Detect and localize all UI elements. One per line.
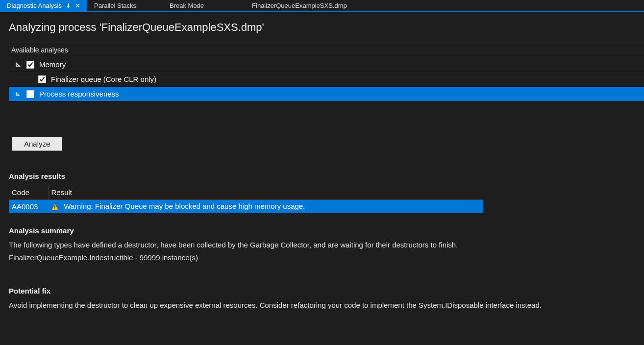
svg-marker-3	[16, 93, 19, 96]
analysis-summary-text-2: FinalizerQueueExample.Indestructible - 9…	[9, 252, 631, 263]
table-row[interactable]: AA0003 Warning: Finalizer Queue may be b…	[9, 200, 483, 213]
tree-item-process-responsiveness[interactable]: Process responsiveness	[9, 87, 644, 101]
cell-code: AA0003	[9, 200, 48, 213]
warning-icon	[51, 203, 59, 211]
cell-result-text: Warning: Finalizer Queue may be blocked …	[64, 202, 305, 210]
checkbox-finalizer-queue[interactable]	[38, 75, 46, 83]
tab-parallel-stacks[interactable]: Parallel Stacks	[87, 0, 143, 11]
table-header-row: Code Result	[9, 185, 483, 200]
pin-icon[interactable]	[66, 3, 71, 8]
available-analyses-panel: Available analyses Memory Finalizer queu…	[9, 43, 644, 101]
tab-label: Break Mode	[170, 2, 204, 9]
tab-dump-file[interactable]: FinalizerQueueExampleSXS.dmp	[245, 0, 354, 11]
page-title: Analyzing process 'FinalizerQueueExample…	[9, 21, 644, 34]
analysis-summary-text-1: The following types have defined a destr…	[9, 240, 631, 250]
tree-item-memory[interactable]: Memory	[9, 57, 644, 72]
main-content: Analyzing process 'FinalizerQueueExample…	[0, 12, 644, 310]
column-header-code[interactable]: Code	[9, 185, 48, 200]
analysis-summary-heading: Analysis summary	[9, 226, 644, 235]
tab-break-mode[interactable]: Break Mode	[163, 0, 211, 11]
svg-rect-5	[54, 205, 55, 208]
tree-item-label: Memory	[39, 60, 66, 69]
analyze-button[interactable]: Analyze	[12, 137, 62, 151]
checkbox-process-responsiveness[interactable]	[26, 90, 34, 98]
divider	[9, 158, 644, 158]
tab-label: Diagnostic Analysis	[7, 2, 62, 9]
analysis-results-heading: Analysis results	[9, 172, 644, 180]
analysis-results-table: Code Result AA0003 Warning: Finalizer Qu…	[9, 185, 483, 213]
tab-spacer	[211, 0, 245, 11]
tab-label: FinalizerQueueExampleSXS.dmp	[252, 2, 347, 9]
close-icon[interactable]	[75, 3, 80, 8]
potential-fix-heading: Potential fix	[9, 287, 644, 295]
available-analyses-heading: Available analyses	[9, 43, 644, 57]
tree-item-finalizer-queue[interactable]: Finalizer queue (Core CLR only)	[9, 72, 644, 87]
checkbox-memory[interactable]	[26, 61, 34, 69]
cell-result: Warning: Finalizer Queue may be blocked …	[48, 200, 483, 213]
expander-icon[interactable]	[15, 61, 22, 68]
expander-icon[interactable]	[15, 91, 22, 98]
document-tabstrip: Diagnostic Analysis Parallel Stacks Brea…	[0, 0, 644, 12]
potential-fix-text: Avoid implementing the destructor to cle…	[9, 300, 631, 311]
tab-diagnostic-analysis[interactable]: Diagnostic Analysis	[0, 0, 87, 11]
tree-item-label: Process responsiveness	[39, 90, 119, 98]
column-header-result[interactable]: Result	[48, 185, 483, 200]
svg-rect-6	[54, 208, 55, 209]
tab-spacer	[143, 0, 163, 11]
tab-label: Parallel Stacks	[94, 2, 136, 9]
tree-item-label: Finalizer queue (Core CLR only)	[51, 75, 156, 83]
